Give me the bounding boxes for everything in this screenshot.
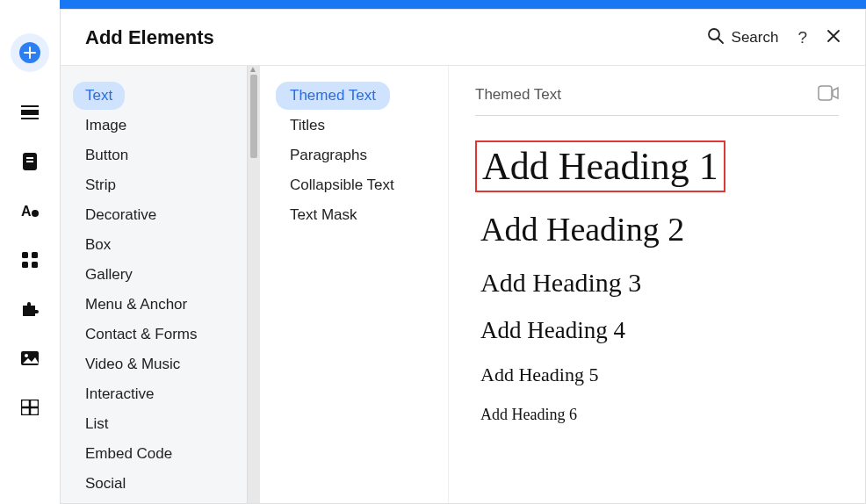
svg-rect-2 xyxy=(21,118,39,119)
category-item-button[interactable]: Button xyxy=(73,141,141,169)
subcategory-list: Themed Text Titles Paragraphs Collapsibl… xyxy=(276,82,432,231)
subcategory-item-themed-text[interactable]: Themed Text xyxy=(276,82,390,110)
plugin-icon[interactable] xyxy=(21,300,39,318)
subcategory-item-text-mask[interactable]: Text Mask xyxy=(276,201,372,229)
page-icon[interactable] xyxy=(21,153,39,170)
scroll-up-icon: ▲ xyxy=(249,66,257,74)
category-item-strip[interactable]: Strip xyxy=(73,171,128,199)
category-item-list[interactable]: List xyxy=(73,410,120,438)
category-column: Text Image Button Strip Decorative Box G… xyxy=(61,66,260,503)
plus-icon xyxy=(19,42,40,63)
grid-icon[interactable] xyxy=(21,399,39,416)
category-item-video-music[interactable]: Video & Music xyxy=(73,350,192,378)
svg-point-13 xyxy=(25,354,28,357)
search-label: Search xyxy=(732,29,779,47)
category-item-decorative[interactable]: Decorative xyxy=(73,201,169,229)
section-title: Themed Text xyxy=(475,86,561,104)
category-item-embed-code[interactable]: Embed Code xyxy=(73,440,184,468)
svg-rect-8 xyxy=(22,252,28,258)
svg-rect-9 xyxy=(32,252,38,258)
subcategory-column: Themed Text Titles Paragraphs Collapsibl… xyxy=(260,66,449,503)
design-icon[interactable]: A xyxy=(21,202,39,220)
svg-rect-10 xyxy=(22,262,28,268)
panel-title: Add Elements xyxy=(85,26,214,49)
category-item-menu-anchor[interactable]: Menu & Anchor xyxy=(73,291,199,319)
header-actions: Search ? xyxy=(707,27,841,48)
add-elements-button[interactable] xyxy=(11,33,49,72)
panel-body: Text Image Button Strip Decorative Box G… xyxy=(61,66,865,503)
heading-option-5[interactable]: Add Heading 5 xyxy=(475,362,603,388)
category-item-contact-forms[interactable]: Contact & Forms xyxy=(73,320,210,349)
subcategory-item-paragraphs[interactable]: Paragraphs xyxy=(276,141,381,169)
search-icon xyxy=(707,27,725,48)
svg-rect-19 xyxy=(819,86,832,100)
scrollbar[interactable]: ▲ xyxy=(247,66,260,503)
svg-point-7 xyxy=(32,210,39,217)
section-title-row: Themed Text xyxy=(475,85,839,116)
heading-option-6[interactable]: Add Heading 6 xyxy=(475,404,582,426)
heading-option-2[interactable]: Add Heading 2 xyxy=(475,208,689,250)
heading-option-1[interactable]: Add Heading 1 xyxy=(475,140,725,192)
svg-text:A: A xyxy=(21,204,32,219)
category-item-image[interactable]: Image xyxy=(73,112,139,140)
category-item-gallery[interactable]: Gallery xyxy=(73,261,145,289)
category-list: Text Image Button Strip Decorative Box G… xyxy=(73,82,260,500)
subcategory-item-titles[interactable]: Titles xyxy=(276,112,339,140)
category-item-interactive[interactable]: Interactive xyxy=(73,380,166,408)
left-tools-rail: A xyxy=(0,0,60,504)
apps-icon[interactable] xyxy=(21,251,39,269)
svg-rect-0 xyxy=(21,105,39,107)
category-item-text[interactable]: Text xyxy=(73,82,125,110)
section-icon[interactable] xyxy=(21,104,39,121)
help-icon[interactable]: ? xyxy=(797,28,807,47)
preview-column: Themed Text Add Heading 1 Add Heading 2 … xyxy=(449,66,865,503)
category-item-box[interactable]: Box xyxy=(73,231,123,259)
close-icon[interactable] xyxy=(826,29,841,47)
svg-rect-11 xyxy=(32,262,38,268)
heading-options: Add Heading 1 Add Heading 2 Add Heading … xyxy=(475,140,839,426)
add-elements-panel: Add Elements Search ? Text Image Button … xyxy=(60,9,866,504)
video-icon[interactable] xyxy=(818,85,839,104)
top-accent-bar xyxy=(60,0,866,9)
panel-header: Add Elements Search ? xyxy=(61,10,865,66)
category-item-social[interactable]: Social xyxy=(73,470,138,498)
svg-rect-1 xyxy=(21,110,39,115)
svg-rect-5 xyxy=(26,161,33,162)
subcategory-item-collapsible-text[interactable]: Collapsible Text xyxy=(276,171,408,199)
svg-line-18 xyxy=(718,39,723,43)
image-icon[interactable] xyxy=(21,349,39,367)
svg-rect-4 xyxy=(26,157,33,159)
heading-option-3[interactable]: Add Heading 3 xyxy=(475,266,646,299)
scroll-thumb[interactable] xyxy=(250,75,257,158)
svg-point-17 xyxy=(709,29,719,40)
heading-option-4[interactable]: Add Heading 4 xyxy=(475,315,631,346)
search-button[interactable]: Search xyxy=(707,27,779,48)
